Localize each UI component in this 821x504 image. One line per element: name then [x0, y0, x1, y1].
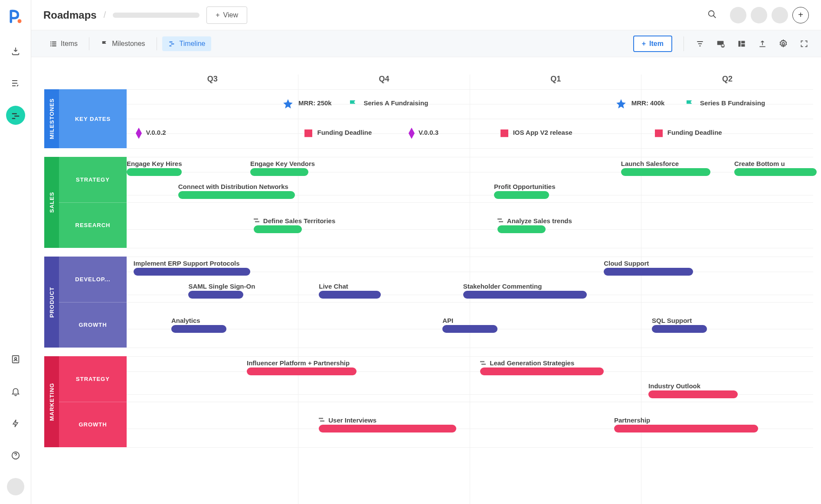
grid-lane-sales: Engage Key HiresEngage Key VendorsLaunch… [127, 157, 813, 248]
timeline-item-label: Engage Key Vendors [250, 160, 315, 167]
nav-timeline-icon[interactable] [6, 106, 25, 125]
subitem-icon [319, 418, 326, 422]
timeline-item[interactable]: Live Chat [319, 283, 380, 299]
timeline-item[interactable]: Cloud Support [604, 260, 693, 276]
timeline-item[interactable]: Create Bottom u [734, 160, 817, 176]
collaborator-avatar[interactable] [772, 7, 788, 23]
add-item-label: Item [649, 40, 664, 48]
swimlane-tab-label[interactable]: MARKETING [44, 356, 59, 447]
swimlane-row-label[interactable]: RESEARCH [59, 203, 127, 248]
timeline-item[interactable]: Lead Generation Strategies [480, 359, 604, 375]
svg-rect-30 [320, 420, 324, 422]
timeline-item-label: Analyze Sales trends [507, 217, 572, 224]
tab-separator [89, 37, 89, 50]
search-icon[interactable] [707, 10, 717, 20]
timeline-item-label: SAML Single Sign-On [188, 283, 255, 290]
user-avatar[interactable] [7, 478, 24, 495]
timeline-item[interactable]: User Interviews [319, 416, 456, 432]
swimlane-sales: SALESSTRATEGYRESEARCH [44, 157, 127, 248]
timeline-item-label: Cloud Support [604, 260, 649, 267]
tab-timeline[interactable]: Timeline [162, 36, 212, 51]
breadcrumb-placeholder [113, 13, 200, 18]
settings-icon[interactable] [778, 39, 788, 49]
timeline-item[interactable]: Launch Salesforce [621, 160, 710, 176]
swimlane-row-label[interactable]: STRATEGY [59, 157, 127, 203]
nav-notifications-icon[interactable] [6, 382, 25, 401]
filter-icon[interactable] [695, 39, 705, 49]
collaborator-avatar[interactable] [730, 7, 746, 23]
svg-rect-9 [50, 45, 51, 46]
svg-rect-6 [52, 41, 56, 42]
timeline-item[interactable]: Partnership [614, 416, 758, 432]
milestone-label: Series B Fundraising [700, 99, 765, 107]
link-icon[interactable] [716, 39, 726, 49]
swimlane-marketing: MARKETINGSTRATEGYGROWTH [44, 356, 127, 447]
swimlane-milestones: MILESTONESKEY DATES [44, 89, 127, 148]
nav-help-icon[interactable] [6, 446, 25, 465]
milestone-label: V.0.0.2 [146, 129, 166, 136]
timeline-item-label: Connect with Distribution Networks [178, 183, 288, 190]
timeline-item[interactable]: SAML Single Sign-On [188, 283, 255, 299]
timeline-row: Implement ERP Support ProtocolsCloud Sup… [127, 257, 813, 302]
timeline-item[interactable]: Industry Outlook [648, 382, 738, 398]
page-title: Roadmaps [43, 9, 97, 21]
timeline-item[interactable]: Analytics [171, 317, 226, 333]
timeline-item[interactable]: Define Sales Territories [254, 217, 335, 233]
view-button[interactable]: + View [206, 7, 247, 24]
svg-rect-25 [497, 218, 502, 220]
timeline-item[interactable]: Influencer Platform + Partnership [247, 359, 357, 375]
nav-list-icon[interactable] [6, 74, 25, 93]
milestone-label: MRR: 250k [298, 99, 332, 107]
collaborator-avatar[interactable] [751, 7, 767, 23]
toolbar-separator [684, 36, 684, 51]
milestone-label: Funding Deadline [667, 129, 722, 136]
add-item-button[interactable]: + Item [633, 36, 672, 52]
swimlane-tab-label[interactable]: MILESTONES [44, 89, 59, 148]
timeline-item-label: API [442, 317, 453, 324]
timeline-item[interactable]: SQL Support [652, 317, 707, 333]
timeline-item[interactable]: Analyze Sales trends [497, 217, 572, 233]
export-icon[interactable] [758, 39, 767, 49]
timeline-item-label: Stakeholder Commenting [463, 283, 542, 290]
nav-activity-icon[interactable] [6, 414, 25, 433]
tab-label: Timeline [180, 40, 206, 48]
swimlane-tab-label[interactable]: PRODUCT [44, 257, 59, 348]
swimlane-row-label[interactable]: STRATEGY [59, 356, 127, 402]
timeline-item-label: Engage Key Hires [127, 160, 182, 167]
nav-contacts-icon[interactable] [6, 350, 25, 369]
tab-items[interactable]: Items [43, 36, 84, 51]
svg-rect-18 [741, 44, 745, 46]
grid-lane-product: Implement ERP Support ProtocolsCloud Sup… [127, 257, 813, 348]
milestone-label: V.0.0.3 [419, 129, 438, 136]
nav-import-icon[interactable] [6, 42, 25, 61]
swimlane-row-label[interactable]: KEY DATES [59, 89, 127, 148]
quarter-label: Q4 [298, 75, 470, 89]
svg-point-4 [709, 11, 714, 16]
milestone-label: MRR: 400k [631, 99, 665, 107]
swimlane-row-label[interactable]: GROWTH [59, 402, 127, 448]
timeline-item[interactable]: Stakeholder Commenting [463, 283, 587, 299]
timeline-item[interactable]: Implement ERP Support Protocols [134, 260, 250, 276]
fullscreen-icon[interactable] [799, 39, 809, 49]
timeline-item-label: Implement ERP Support Protocols [134, 260, 240, 267]
swimlane-row-label[interactable]: GROWTH [59, 302, 127, 348]
svg-rect-17 [741, 41, 745, 43]
layout-icon[interactable] [737, 39, 746, 49]
svg-rect-13 [169, 45, 171, 46]
svg-rect-24 [255, 221, 259, 222]
svg-point-15 [721, 44, 724, 47]
swimlane-tab-label[interactable]: SALES [44, 157, 59, 248]
svg-rect-7 [50, 43, 51, 44]
timeline-item[interactable]: Profit Opportunities [494, 183, 556, 199]
timeline-item[interactable]: Engage Key Vendors [250, 160, 315, 176]
subitem-icon [480, 361, 487, 365]
tab-milestones[interactable]: Milestones [95, 36, 151, 51]
timeline-item[interactable]: API [442, 317, 497, 333]
swimlane-row-label[interactable]: DEVELOP... [59, 257, 127, 302]
timeline-item[interactable]: Connect with Distribution Networks [178, 183, 295, 199]
svg-rect-5 [50, 41, 51, 42]
app-logo [8, 9, 23, 24]
timeline-row: User InterviewsPartnership [127, 402, 813, 448]
add-collaborator-button[interactable]: + [792, 7, 809, 23]
timeline-item[interactable]: Engage Key Hires [127, 160, 182, 176]
